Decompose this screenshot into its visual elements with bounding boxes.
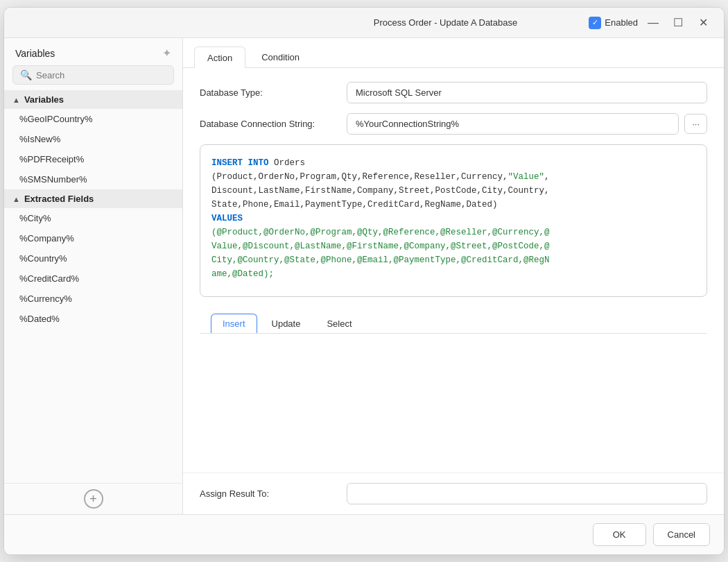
list-item[interactable]: %GeoIPCountry% <box>4 109 182 129</box>
enabled-badge: ✓ Enabled <box>589 17 638 29</box>
conn-string-input[interactable] <box>347 113 679 135</box>
conn-string-row: Database Connection String: ··· <box>200 113 707 135</box>
close-button[interactable]: ✕ <box>693 13 713 33</box>
sidebar-footer: + <box>4 483 182 514</box>
sql-columns-2: Discount,LastName,FirstName,Company,Stre… <box>211 186 550 196</box>
sql-keyword-values: VALUES <box>211 214 243 223</box>
assign-result-row: Assign Result To: <box>183 472 724 514</box>
add-variable-button[interactable]: + <box>84 489 103 509</box>
list-item[interactable]: %Country% <box>4 248 182 269</box>
assign-result-label: Assign Result To: <box>200 488 338 499</box>
enabled-checkbox-icon[interactable]: ✓ <box>589 17 601 29</box>
maximize-button[interactable]: ☐ <box>668 13 688 33</box>
panel-content: Database Type: Microsoft SQL Server MySQ… <box>183 68 724 472</box>
assign-result-select[interactable] <box>347 483 707 504</box>
more-options-button[interactable]: ··· <box>684 114 707 134</box>
window-title: Process Order - Update A Database <box>302 17 589 28</box>
top-tabs: Action Condition <box>183 38 724 68</box>
assign-select-control <box>347 483 707 504</box>
main-window: Process Order - Update A Database ✓ Enab… <box>3 7 725 555</box>
titlebar: Process Order - Update A Database ✓ Enab… <box>4 8 724 38</box>
cancel-button[interactable]: Cancel <box>653 523 710 546</box>
ok-button[interactable]: OK <box>593 523 646 546</box>
conn-string-control: ··· <box>347 113 707 135</box>
sidebar-title: Variables <box>15 48 55 59</box>
sql-editor[interactable]: INSERT INTO Orders (Product,OrderNo,Prog… <box>200 144 707 297</box>
minimize-button[interactable]: — <box>643 13 663 33</box>
tab-action[interactable]: Action <box>194 46 245 68</box>
sql-params-4: ame,@Dated); <box>211 269 274 279</box>
variables-group-label: Variables <box>24 94 64 105</box>
titlebar-controls: ✓ Enabled — ☐ ✕ <box>589 13 713 33</box>
tab-insert[interactable]: Insert <box>211 314 257 333</box>
sql-table-name: Orders <box>274 158 305 168</box>
tab-select[interactable]: Select <box>315 314 363 333</box>
search-box: 🔍 <box>12 65 174 85</box>
list-item[interactable]: %CreditCard% <box>4 269 182 289</box>
sql-params-3: City,@Country,@State,@Phone,@Email,@Paym… <box>211 255 550 265</box>
content-area: Variables ✦ 🔍 ▲ Variables %GeoIPCountry%… <box>4 38 724 514</box>
sidebar-header: Variables ✦ <box>4 38 182 65</box>
db-type-row: Database Type: Microsoft SQL Server MySQ… <box>200 82 707 103</box>
sidebar: Variables ✦ 🔍 ▲ Variables %GeoIPCountry%… <box>4 38 183 514</box>
sql-params-2: Value,@Discount,@LastName,@FirstName,@Co… <box>211 241 550 251</box>
sql-value-string: "Value" <box>508 172 545 182</box>
search-icon: 🔍 <box>20 69 32 80</box>
bottom-tabs: Insert Update Select <box>200 307 707 334</box>
sql-columns-open: (Product,OrderNo,Program,Qty,Reference,R… <box>211 172 508 182</box>
enabled-label: Enabled <box>605 17 638 28</box>
sidebar-list: ▲ Variables %GeoIPCountry% %IsNew% %PDFR… <box>4 90 182 483</box>
pin-icon[interactable]: ✦ <box>162 46 171 60</box>
db-type-control: Microsoft SQL Server MySQL PostgreSQL SQ… <box>347 82 707 103</box>
sql-keyword-insert: INSERT INTO <box>211 158 274 168</box>
list-item[interactable]: %PDFReceipt% <box>4 149 182 169</box>
db-type-select[interactable]: Microsoft SQL Server MySQL PostgreSQL SQ… <box>347 82 707 103</box>
variables-group-header[interactable]: ▲ Variables <box>4 90 182 109</box>
list-item[interactable]: %Company% <box>4 228 182 248</box>
extracted-fields-group-header[interactable]: ▲ Extracted Fields <box>4 189 182 208</box>
chevron-down-icon: ▲ <box>12 96 20 104</box>
tab-update[interactable]: Update <box>260 314 313 333</box>
main-panel: Action Condition Database Type: Microsof… <box>183 38 724 514</box>
extracted-fields-group-label: Extracted Fields <box>24 194 94 204</box>
tab-condition[interactable]: Condition <box>248 46 313 67</box>
sql-columns-3: State,Phone,Email,PaymentType,CreditCard… <box>211 200 498 210</box>
chevron-down-icon: ▲ <box>12 195 20 203</box>
footer: OK Cancel <box>4 514 724 554</box>
list-item[interactable]: %IsNew% <box>4 129 182 149</box>
conn-string-label: Database Connection String: <box>200 119 338 129</box>
list-item[interactable]: %Currency% <box>4 289 182 309</box>
sql-params-1: (@Product,@OrderNo,@Program,@Qty,@Refere… <box>211 228 550 237</box>
list-item[interactable]: %City% <box>4 208 182 228</box>
db-type-label: Database Type: <box>200 87 338 98</box>
search-input[interactable] <box>36 70 166 80</box>
list-item[interactable]: %SMSNumber% <box>4 169 182 189</box>
list-item[interactable]: %Dated% <box>4 309 182 329</box>
